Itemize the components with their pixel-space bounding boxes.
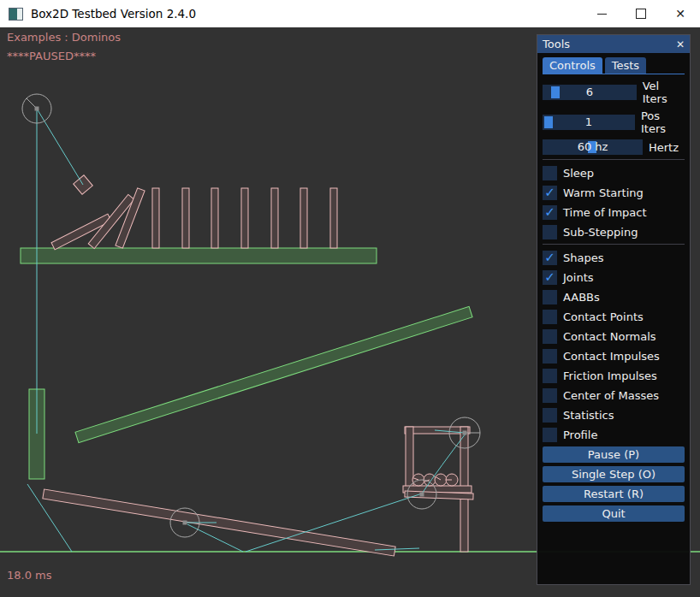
- slider-value: 1: [543, 115, 635, 130]
- titlebar[interactable]: Box2D Testbed Version 2.4.0 ✕: [0, 0, 700, 27]
- close-icon: ✕: [675, 8, 685, 20]
- checkbox-label: Profile: [563, 429, 597, 441]
- window-title: Box2D Testbed Version 2.4.0: [31, 7, 196, 21]
- checkbox-box: ✓: [543, 251, 557, 265]
- tools-panel: Tools ✕ ControlsTests 6Vel Iters1Pos Ite…: [537, 34, 691, 585]
- quit-button[interactable]: Quit: [543, 505, 685, 522]
- checkbox-box: [543, 329, 557, 344]
- slider-label: Vel Iters: [643, 80, 685, 105]
- joint-anchor: [35, 107, 39, 111]
- checkbox-box: ✓: [543, 186, 557, 200]
- domino-upright-5[interactable]: [271, 188, 278, 248]
- window-controls: ✕: [582, 0, 700, 27]
- check-icon: ✓: [544, 251, 555, 264]
- domino-upright-7[interactable]: [330, 188, 337, 248]
- slider-label: Hertz: [649, 141, 679, 154]
- tab-bar: ControlsTests: [543, 57, 685, 74]
- frame-time-label: 18.0 ms: [7, 569, 52, 582]
- checkbox-contact-points[interactable]: Contact Points: [543, 309, 685, 324]
- checkbox-label: Statistics: [563, 409, 614, 422]
- checkbox-box: ✓: [543, 270, 557, 285]
- checkbox-label: Contact Points: [563, 310, 644, 323]
- checkbox-box: [543, 408, 557, 423]
- checkbox-label: Warm Starting: [563, 186, 644, 199]
- checkbox-label: Shapes: [563, 251, 603, 264]
- green-ramp: [75, 306, 472, 442]
- maximize-button[interactable]: [621, 0, 661, 27]
- tools-panel-header[interactable]: Tools ✕: [537, 35, 690, 53]
- tools-panel-body: ControlsTests 6Vel Iters1Pos Iters60 hzH…: [537, 53, 690, 522]
- slider-value: 60 hz: [543, 139, 643, 155]
- checkbox-box: [543, 310, 557, 324]
- checkbox-box: [543, 166, 557, 180]
- checkbox-label: AABBs: [563, 291, 600, 304]
- checkbox-sleep[interactable]: Sleep: [543, 165, 685, 180]
- close-button[interactable]: ✕: [661, 0, 700, 27]
- domino-upright-2[interactable]: [182, 188, 189, 248]
- domino-upright-6[interactable]: [300, 188, 307, 248]
- checkbox-warm-starting[interactable]: ✓Warm Starting: [543, 185, 685, 200]
- checkbox-label: Joints: [563, 271, 594, 284]
- app-window: Box2D Testbed Version 2.4.0 ✕ Examples :…: [0, 0, 700, 597]
- checkbox-box: ✓: [543, 205, 557, 220]
- single-step-o-button[interactable]: Single Step (O): [543, 466, 685, 482]
- slider-row-vel-iters: 6Vel Iters: [543, 80, 685, 105]
- panel-close-icon[interactable]: ✕: [676, 38, 685, 50]
- tools-panel-title: Tools: [543, 38, 570, 50]
- check-icon: ✓: [544, 186, 555, 199]
- checkbox-statistics[interactable]: Statistics: [543, 407, 685, 423]
- checkbox-profile[interactable]: Profile: [543, 427, 685, 442]
- app-icon: [9, 8, 23, 21]
- checkbox-label: Sleep: [563, 167, 594, 180]
- checkbox-box: [543, 225, 557, 239]
- pendulum-rope-diagonal: [37, 109, 83, 185]
- domino-upright-1[interactable]: [152, 188, 159, 248]
- checkbox-box: [543, 290, 557, 304]
- slider-vel-iters[interactable]: 6: [543, 85, 637, 100]
- paused-label: ****PAUSED****: [7, 50, 96, 62]
- checkbox-time-of-impact[interactable]: ✓Time of Impact: [543, 204, 685, 220]
- maximize-icon: [636, 9, 646, 19]
- checkbox-label: Sub-Stepping: [563, 226, 638, 239]
- pause-p-button[interactable]: Pause (P): [543, 446, 685, 463]
- checkbox-box: [543, 388, 557, 403]
- tab-tests[interactable]: Tests: [605, 57, 646, 74]
- checkbox-label: Center of Masses: [563, 389, 659, 402]
- restart-r-button[interactable]: Restart (R): [543, 486, 685, 502]
- checkbox-shapes[interactable]: ✓Shapes: [543, 250, 685, 265]
- sim-options-section: Sleep✓Warm Starting✓Time of ImpactSub-St…: [543, 165, 685, 239]
- tilted-plank[interactable]: [43, 489, 395, 556]
- checkbox-contact-impulses[interactable]: Contact Impulses: [543, 348, 685, 364]
- joint-anchor: [183, 521, 187, 525]
- minimize-button[interactable]: [582, 0, 621, 27]
- slider-section: 6Vel Iters1Pos Iters60 hzHertz: [543, 80, 685, 155]
- checkbox-box: [543, 428, 557, 442]
- example-label: Examples : Dominos: [7, 31, 121, 44]
- joint-anchor: [463, 431, 467, 435]
- checkbox-contact-normals[interactable]: Contact Normals: [543, 328, 685, 344]
- checkbox-label: Contact Normals: [563, 330, 656, 343]
- tab-controls[interactable]: Controls: [543, 57, 602, 74]
- minimize-icon: [597, 14, 607, 15]
- domino-upright-3[interactable]: [211, 188, 218, 248]
- separator: [543, 159, 685, 160]
- checkbox-label: Time of Impact: [563, 206, 647, 219]
- simulation-canvas[interactable]: Examples : Dominos ****PAUSED**** 18.0 m…: [0, 27, 700, 597]
- slider-pos-iters[interactable]: 1: [543, 115, 635, 130]
- green-shelf: [21, 248, 377, 263]
- checkbox-label: Friction Impulses: [563, 369, 657, 382]
- checkbox-center-of-masses[interactable]: Center of Masses: [543, 387, 685, 403]
- checkbox-joints[interactable]: ✓Joints: [543, 269, 685, 285]
- checkbox-friction-impulses[interactable]: Friction Impulses: [543, 368, 685, 383]
- slider-hertz[interactable]: 60 hz: [543, 139, 643, 155]
- domino-upright-4[interactable]: [241, 188, 248, 248]
- slider-row-pos-iters: 1Pos Iters: [543, 109, 685, 135]
- checkbox-sub-stepping[interactable]: Sub-Stepping: [543, 224, 685, 239]
- action-buttons-section: Pause (P)Single Step (O)Restart (R)Quit: [543, 446, 685, 522]
- slider-value: 6: [543, 85, 637, 100]
- checkbox-aabbs[interactable]: AABBs: [543, 289, 685, 304]
- checkbox-box: [543, 349, 557, 364]
- check-icon: ✓: [544, 271, 555, 284]
- separator: [543, 244, 685, 245]
- slider-label: Pos Iters: [641, 109, 685, 135]
